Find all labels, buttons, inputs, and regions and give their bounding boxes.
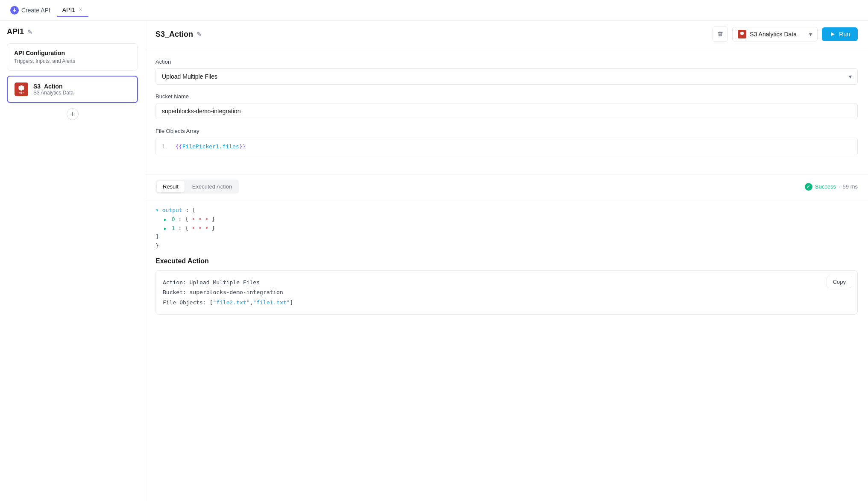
trash-icon [717,31,724,38]
run-play-icon [830,31,836,37]
results-area: Result Executed Action ✓ Success · 59 ms… [145,174,868,501]
executed-action-section: Executed Action Copy Action: Upload Mult… [145,257,868,325]
add-step-container: + [7,108,138,120]
result-tabs: Result Executed Action [155,180,239,194]
create-api-icon: + [10,6,19,15]
action-title-edit-icon[interactable]: ✎ [196,31,202,38]
result-tab[interactable]: Result [157,181,185,192]
top-bar: + Create API API1 × [0,0,868,21]
s3-action-step-card[interactable]: S3_Action S3 Analytics Data [7,76,138,103]
sidebar-title: API1 ✎ [7,27,138,36]
success-check-icon: ✓ [805,183,812,191]
api-title-text: API1 [7,27,24,36]
exec-line-2: Bucket: superblocks-demo-integration [163,287,850,297]
code-variable: FilePicker1.files [182,143,239,150]
exec-line-3-suffix: ] [290,299,293,306]
file-objects-form-group: File Objects Array 1 {{FilePicker1.files… [155,128,858,155]
action-field-label: Action [155,59,858,65]
step-info: S3_Action S3 Analytics Data [33,83,73,96]
api-config-subtitle: Triggers, Inputs, and Alerts [14,58,131,64]
step-datasource: S3 Analytics Data [33,90,73,96]
action-header: S3_Action ✎ [145,21,868,48]
file-objects-code-area[interactable]: 1 {{FilePicker1.files}} [155,138,858,155]
form-area: Action Upload Multiple Files ▾ Bucket Na… [145,48,868,174]
datasource-name: S3 Analytics Data [750,31,806,38]
delete-button[interactable] [713,27,728,42]
run-button[interactable]: Run [822,27,858,41]
timing-label: 59 ms [843,183,858,190]
api1-tab[interactable]: API1 × [57,4,88,17]
code-close-brace: }} [239,143,246,150]
sidebar: API1 ✎ API Configuration Triggers, Input… [0,21,145,501]
svg-point-2 [19,92,20,93]
api-config-card[interactable]: API Configuration Triggers, Inputs, and … [7,43,138,71]
line-number: 1 [162,143,169,150]
api-title-edit-icon[interactable]: ✎ [27,29,32,35]
output-item-1[interactable]: ▶ 1 : { • • • } [155,224,858,233]
item-0-dots: • • • [192,216,208,222]
code-line-1: 1 {{FilePicker1.files}} [162,143,851,150]
datasource-s3-icon [738,30,746,38]
timing-separator: · [839,183,840,190]
code-open-brace: {{ [176,143,182,150]
action-select-wrapper: Upload Multiple Files ▾ [155,68,858,85]
action-select[interactable]: Upload Multiple Files [155,68,858,85]
item-0-close: } [212,216,215,222]
exec-line-3: File Objects: ["file2.txt","file1.txt"] [163,298,850,307]
svg-point-1 [21,92,23,94]
exec-line-3-str2: "file1.txt" [253,299,290,306]
create-api-label: Create API [21,7,50,14]
exec-line-3-prefix: File Objects: [ [163,299,213,306]
output-header-line: ▾ output : [ [155,206,858,215]
bucket-input[interactable] [155,103,858,119]
output-key: ▾ output [155,207,182,213]
output-bracket-close: ] [155,233,858,242]
item-1-colon: : [179,225,185,231]
exec-line-2-text: Bucket: superblocks-demo-integration [163,289,283,295]
item-0-key: 0 [172,216,175,222]
add-step-button[interactable]: + [67,108,79,120]
datasource-chevron-icon: ▾ [809,31,812,38]
step-name: S3_Action [33,83,73,90]
action-form-group: Action Upload Multiple Files ▾ [155,59,858,85]
expand-arrow-1[interactable]: ▶ [164,226,167,231]
item-0-open: { [185,216,192,222]
action-title: S3_Action ✎ [155,30,707,39]
item-1-key: 1 [172,225,175,231]
run-label: Run [839,31,850,38]
item-1-open: { [185,225,192,231]
item-1-dots: • • • [192,225,208,231]
header-right: S3 Analytics Data ▾ Run [713,27,858,42]
bucket-form-group: Bucket Name [155,93,858,119]
expand-arrow-0[interactable]: ▶ [164,217,167,222]
output-obj-close: } [155,242,858,250]
main-layout: API1 ✎ API Configuration Triggers, Input… [0,21,868,501]
tab-close-icon[interactable]: × [78,6,83,13]
bucket-field-label: Bucket Name [155,93,858,100]
code-content: {{FilePicker1.files}} [176,143,246,150]
executed-action-tab[interactable]: Executed Action [186,181,238,192]
api-config-title: API Configuration [14,50,131,56]
datasource-selector[interactable]: S3 Analytics Data ▾ [732,27,818,41]
content-area: S3_Action ✎ [145,21,868,501]
executed-action-box: Copy Action: Upload Multiple Files Bucke… [155,270,858,315]
executed-action-title: Executed Action [155,257,858,265]
exec-line-1: Action: Upload Multiple Files [163,277,850,287]
success-label: Success [815,183,836,190]
svg-point-3 [23,92,24,93]
s3-step-icon [15,83,28,96]
exec-line-1-text: Action: Upload Multiple Files [163,279,260,286]
output-area: ▾ output : [ ▶ 0 : { • • • } ▶ 1 : { [145,199,868,257]
result-tabs-row: Result Executed Action ✓ Success · 59 ms [145,174,868,199]
tab-label: API1 [62,6,75,13]
action-title-text: S3_Action [155,30,193,39]
output-bracket-open: : [ [185,207,195,213]
exec-line-3-str1: "file2.txt" [213,299,249,306]
success-badge: ✓ Success · 59 ms [805,183,858,191]
create-api-button[interactable]: + Create API [7,4,54,16]
item-0-colon: : [179,216,185,222]
output-item-0[interactable]: ▶ 0 : { • • • } [155,215,858,224]
item-1-close: } [212,225,215,231]
file-objects-field-label: File Objects Array [155,128,858,134]
copy-button[interactable]: Copy [827,276,852,288]
